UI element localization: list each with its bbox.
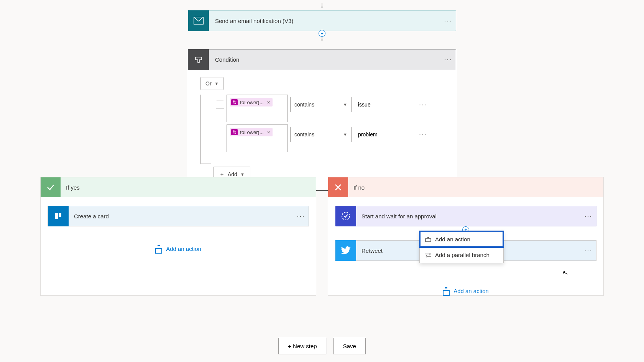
row-checkbox[interactable] bbox=[216, 100, 224, 108]
condition-icon bbox=[188, 49, 209, 70]
svg-rect-3 bbox=[59, 213, 61, 217]
branch-header-yes[interactable]: If yes bbox=[41, 177, 316, 197]
save-button[interactable]: Save bbox=[334, 338, 366, 354]
fx-label: toLower(... bbox=[240, 100, 263, 105]
operator-label: contains bbox=[294, 102, 314, 108]
branch-title: If no bbox=[348, 184, 365, 191]
trello-icon bbox=[48, 206, 69, 226]
popup-add-action[interactable]: Add an action bbox=[420, 231, 503, 247]
row-checkbox[interactable] bbox=[216, 130, 224, 138]
popup-item-label: Add a parallel branch bbox=[435, 252, 490, 258]
step-approval[interactable]: Start and wait for an approval ··· bbox=[335, 206, 596, 226]
condition-row: fx toLower(... ✕ contains ▼ ··· bbox=[200, 95, 449, 122]
add-action-link[interactable]: Add an action bbox=[48, 246, 309, 252]
operator-select[interactable]: contains ▼ bbox=[290, 97, 352, 112]
branch-no: If no Start and wait for an approval ···… bbox=[328, 177, 604, 296]
close-icon bbox=[328, 177, 348, 197]
add-action-icon bbox=[425, 237, 431, 242]
chevron-down-icon: ▼ bbox=[240, 172, 245, 177]
add-action-icon bbox=[443, 288, 450, 294]
expression-input[interactable]: fx toLower(... ✕ bbox=[227, 95, 288, 122]
svg-rect-2 bbox=[55, 213, 58, 219]
operator-select[interactable]: contains ▼ bbox=[290, 127, 352, 142]
more-menu-icon[interactable]: ··· bbox=[581, 247, 596, 255]
row-menu-icon[interactable]: ··· bbox=[417, 131, 429, 139]
tree-line bbox=[200, 95, 214, 122]
add-label: Add bbox=[228, 171, 237, 177]
tree-line bbox=[200, 124, 214, 152]
branch-yes: If yes Create a card ··· Add an action bbox=[40, 177, 316, 296]
step-title: Send an email notification (V3) bbox=[209, 18, 440, 24]
condition-header[interactable]: Condition ··· bbox=[188, 49, 456, 70]
fx-badge-icon: fx bbox=[231, 129, 238, 135]
step-send-email[interactable]: Send an email notification (V3) ··· bbox=[188, 10, 456, 31]
chevron-down-icon: ▼ bbox=[215, 81, 219, 86]
group-operator-select[interactable]: Or ▼ bbox=[200, 77, 223, 90]
twitter-icon bbox=[335, 240, 356, 261]
svg-point-4 bbox=[342, 212, 350, 220]
branch-header-no[interactable]: If no bbox=[328, 177, 603, 197]
chevron-down-icon: ▼ bbox=[343, 132, 347, 137]
add-step-popup: Add an action Add a parallel branch ↖ bbox=[419, 231, 504, 263]
fx-token[interactable]: fx toLower(... ✕ bbox=[230, 128, 273, 136]
add-action-link[interactable]: Add an action bbox=[335, 288, 596, 294]
more-menu-icon[interactable]: ··· bbox=[440, 56, 456, 64]
more-menu-icon[interactable]: ··· bbox=[440, 17, 456, 25]
mail-icon bbox=[188, 10, 209, 31]
tree-line bbox=[200, 154, 214, 162]
footer: + New step Save bbox=[278, 338, 366, 354]
popup-item-label: Add an action bbox=[435, 236, 470, 242]
condition-row: fx toLower(... ✕ contains ▼ ··· bbox=[200, 124, 449, 152]
add-action-icon bbox=[155, 246, 162, 252]
group-operator-label: Or bbox=[205, 80, 212, 87]
approval-icon bbox=[335, 206, 356, 226]
row-menu-icon[interactable]: ··· bbox=[417, 101, 429, 109]
check-icon bbox=[41, 177, 61, 197]
more-menu-icon[interactable]: ··· bbox=[581, 212, 596, 220]
remove-token-icon[interactable]: ✕ bbox=[266, 100, 270, 105]
condition-title: Condition bbox=[209, 56, 440, 63]
add-action-label: Add an action bbox=[453, 288, 489, 294]
step-title: Start and wait for an approval bbox=[356, 213, 581, 219]
value-input[interactable] bbox=[354, 127, 415, 142]
add-step-between-button[interactable]: + bbox=[319, 30, 325, 37]
new-step-button[interactable]: + New step bbox=[278, 338, 326, 354]
more-menu-icon[interactable]: ··· bbox=[293, 212, 309, 220]
operator-label: contains bbox=[294, 131, 314, 138]
svg-rect-6 bbox=[426, 239, 431, 242]
popup-add-parallel[interactable]: Add a parallel branch bbox=[420, 247, 503, 263]
fx-token[interactable]: fx toLower(... ✕ bbox=[230, 98, 273, 106]
fx-badge-icon: fx bbox=[231, 99, 238, 105]
step-create-card[interactable]: Create a card ··· bbox=[48, 206, 309, 226]
parallel-branch-icon bbox=[425, 253, 431, 257]
svg-rect-5 bbox=[427, 237, 429, 238]
condition-branches: If yes Create a card ··· Add an action bbox=[40, 177, 604, 296]
expression-input[interactable]: fx toLower(... ✕ bbox=[227, 124, 288, 152]
chevron-down-icon: ▼ bbox=[343, 102, 347, 107]
fx-label: toLower(... bbox=[240, 129, 263, 135]
remove-token-icon[interactable]: ✕ bbox=[266, 130, 270, 135]
branch-title: If yes bbox=[61, 184, 80, 191]
cursor-icon: ↖ bbox=[561, 268, 569, 277]
add-action-label: Add an action bbox=[166, 246, 201, 252]
arrow-down-icon: ↓ bbox=[320, 1, 324, 9]
step-title: Create a card bbox=[69, 213, 293, 219]
value-input[interactable] bbox=[354, 97, 415, 112]
condition-card: Condition ··· Or ▼ fx toLower(... ✕ bbox=[188, 49, 456, 191]
